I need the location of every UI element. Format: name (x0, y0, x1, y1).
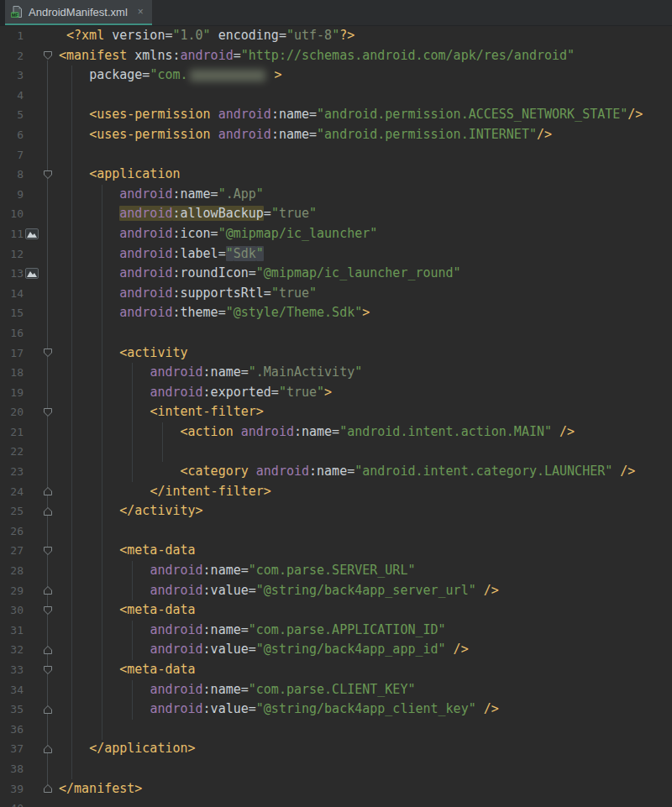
code-text[interactable] (55, 720, 59, 740)
code-text[interactable]: <category android:name="android.intent.c… (55, 462, 635, 482)
fold-marker-slot[interactable] (39, 46, 55, 66)
code-text[interactable]: <uses-permission android:name="android.p… (55, 105, 643, 125)
fold-marker-slot[interactable] (39, 501, 55, 521)
line-number: 13 (0, 264, 24, 284)
code-text[interactable]: android:icon="@mipmap/ic_launcher" (55, 224, 377, 244)
code-token: :allowBackup (172, 206, 263, 221)
fold-marker-slot[interactable] (39, 482, 55, 502)
code-token: " (309, 286, 317, 301)
fold-marker-slot[interactable] (39, 640, 55, 660)
code-text[interactable]: android:name="com.parse.SERVER_URL" (55, 561, 415, 581)
fold-marker-slot (39, 720, 55, 740)
code-text[interactable]: </application> (55, 739, 196, 759)
code-token: "android.intent.category.LAUNCHER" (354, 464, 612, 479)
code-text[interactable]: <meta-data (55, 660, 196, 680)
gutter: 29 (0, 581, 55, 601)
gutter-icon-slot (24, 799, 39, 807)
code-text[interactable]: </intent-filter> (55, 482, 271, 502)
fold-marker-slot[interactable] (39, 779, 55, 799)
code-text[interactable]: </manifest> (55, 779, 142, 799)
fold-marker-slot[interactable] (39, 402, 55, 422)
fold-marker-slot (39, 383, 55, 403)
code-token: </activity> (119, 503, 202, 518)
code-text[interactable]: android:value="@string/back4app_server_u… (55, 581, 499, 601)
gutter: 37 (0, 739, 55, 759)
code-text[interactable]: <?xml version="1.0" encoding="utf-8"?> (55, 26, 354, 46)
code-text[interactable]: android:roundIcon="@mipmap/ic_launcher_r… (55, 264, 461, 284)
code-text[interactable]: </activity> (55, 501, 203, 521)
code-token: :exported= (203, 385, 279, 400)
code-text[interactable]: <manifest xmlns:android="http://schemas.… (55, 46, 575, 66)
gutter-icon-slot[interactable] (24, 264, 39, 284)
code-token: "android.permission.INTERNET" (317, 127, 537, 142)
code-token (59, 741, 89, 756)
code-text[interactable] (55, 442, 59, 462)
fold-marker-slot[interactable] (39, 660, 55, 680)
close-icon[interactable]: × (138, 7, 144, 17)
code-text[interactable]: android:name=".MainActivity" (55, 363, 362, 383)
code-text[interactable] (55, 323, 59, 343)
code-text[interactable]: <meta-data (55, 600, 196, 621)
fold-marker-slot[interactable] (39, 165, 55, 185)
gutter: 40 (0, 799, 55, 807)
fold-marker-slot (39, 264, 55, 284)
code-text[interactable]: android:theme="@style/Theme.Sdk"> (55, 303, 370, 323)
code-text[interactable]: <action android:name="android.intent.act… (55, 422, 575, 443)
code-text[interactable] (55, 145, 59, 165)
code-token: android (150, 364, 202, 380)
code-text[interactable]: android:supportsRtl="true" (55, 284, 317, 304)
tab-androidmanifest[interactable]: MF AndroidManifest.xml × (5, 0, 152, 25)
code-text[interactable] (55, 521, 59, 542)
code-line: 21 <action android:name="android.intent.… (0, 422, 672, 443)
code-text[interactable]: <meta-data (55, 541, 196, 561)
code-text[interactable]: android:allowBackup="true" (55, 204, 317, 224)
code-text[interactable]: android:value="@string/back4app_app_id" … (55, 640, 469, 660)
code-token: "@string/back4app_app_id" (256, 642, 446, 657)
fold-open-icon (43, 407, 53, 417)
code-editor[interactable]: 1 <?xml version="1.0" encoding="utf-8"?>… (0, 26, 672, 807)
code-text[interactable]: <application (55, 165, 181, 185)
code-text[interactable]: android:label="Sdk" (55, 244, 264, 265)
code-text[interactable] (55, 799, 59, 807)
fold-marker-slot (39, 422, 55, 443)
fold-open-icon (43, 665, 53, 675)
line-number: 1 (0, 26, 24, 46)
code-token: :name= (203, 364, 249, 380)
gutter-icon-slot (24, 561, 39, 581)
code-text[interactable] (55, 86, 59, 106)
code-token: " (286, 28, 294, 43)
code-line: 33 <meta-data (0, 660, 672, 680)
code-token (59, 642, 150, 657)
gutter: 36 (0, 720, 55, 740)
fold-marker-slot[interactable] (39, 600, 55, 621)
gutter-icon-slot[interactable] (24, 224, 39, 244)
code-token: "@string/back4app_client_key" (256, 701, 476, 716)
code-text[interactable]: android:exported="true"> (55, 383, 332, 403)
code-text[interactable]: <activity (55, 343, 188, 364)
code-token: /> (446, 642, 469, 657)
code-line: 28 android:name="com.parse.SERVER_URL" (0, 561, 672, 581)
gutter-icon-slot (24, 402, 39, 422)
code-token (59, 345, 119, 360)
code-text[interactable]: android:value="@string/back4app_client_k… (55, 700, 499, 720)
code-token: :supportsRtl= (172, 286, 270, 301)
code-text[interactable]: android:name="com.parse.APPLICATION_ID" (55, 621, 446, 641)
fold-marker-slot[interactable] (39, 581, 55, 601)
fold-marker-slot[interactable] (39, 700, 55, 720)
fold-marker-slot[interactable] (39, 739, 55, 759)
code-text[interactable]: <intent-filter> (55, 402, 264, 422)
code-text[interactable]: android:name=".App" (55, 185, 264, 205)
code-text[interactable]: android:name="com.parse.CLIENT_KEY" (55, 680, 415, 700)
code-line: 6 <uses-permission android:name="android… (0, 125, 672, 145)
fold-marker-slot[interactable] (39, 343, 55, 364)
fold-marker-slot (39, 363, 55, 383)
code-text[interactable]: <uses-permission android:name="android.p… (55, 125, 552, 145)
code-line: 1 <?xml version="1.0" encoding="utf-8"?> (0, 26, 672, 46)
code-token: " (317, 385, 324, 400)
code-line: 7 (0, 145, 672, 165)
line-number: 35 (0, 700, 24, 720)
fold-open-icon (43, 170, 53, 180)
code-text[interactable] (55, 759, 59, 779)
fold-marker-slot[interactable] (39, 541, 55, 561)
code-text[interactable]: package="com. > (55, 66, 282, 86)
